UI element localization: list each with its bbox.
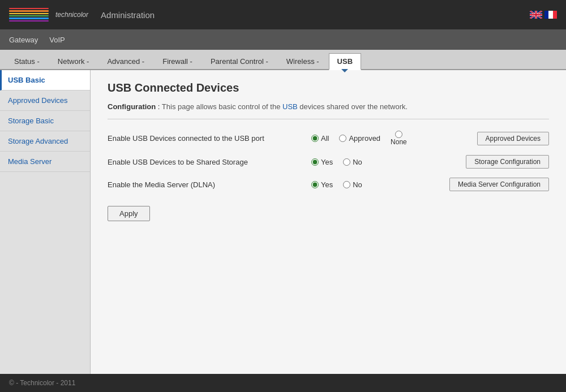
content-area: USB Connected Devices Configuration : Th… [91, 70, 566, 374]
setting-row-usb-port: Enable USB Devices connected to the USB … [108, 131, 549, 146]
radio-option-media-yes[interactable]: Yes [311, 180, 333, 189]
radio-group-usb-port: All Approved None [311, 131, 417, 146]
flag-area [530, 11, 557, 19]
config-desc-pre: This page allows basic control of the [162, 102, 282, 111]
radio-approved[interactable] [339, 135, 346, 142]
sidebar: USB Basic Approved Devices Storage Basic… [0, 70, 91, 374]
footer-text: © - Technicolor - 2011 [9, 379, 75, 387]
radio-option-all[interactable]: All [311, 134, 329, 143]
radio-storage-no[interactable] [343, 158, 350, 166]
config-description: Configuration : This page allows basic c… [108, 102, 549, 119]
sidebar-item-usb-basic[interactable]: USB Basic [0, 70, 90, 91]
main-layout: USB Basic Approved Devices Storage Basic… [0, 70, 566, 374]
page-title: USB Connected Devices [108, 81, 549, 94]
setting-row-media-server: Enable the Media Server (DLNA) Yes No Me… [108, 178, 549, 191]
radio-option-storage-yes[interactable]: Yes [311, 158, 333, 166]
brand-name: technicolor [55, 11, 88, 19]
radio-option-approved[interactable]: Approved [339, 134, 380, 143]
setting-label-usb-port: Enable USB Devices connected to the USB … [108, 134, 311, 143]
top-header: technicolor Administration [0, 0, 566, 29]
admin-title: Administration [101, 10, 155, 20]
fr-flag-icon[interactable] [544, 11, 557, 19]
config-separator: : [158, 102, 162, 111]
uk-flag-icon[interactable] [530, 11, 542, 19]
setting-label-shared-storage: Enable USB Devices to be Shared Storage [108, 158, 311, 166]
tab-usb[interactable]: USB [329, 53, 361, 70]
nav-item-voip[interactable]: VoIP [49, 36, 65, 44]
radio-option-storage-no[interactable]: No [343, 158, 362, 166]
tab-parental-control[interactable]: Parental Control - [202, 53, 277, 69]
radio-media-yes[interactable] [311, 181, 319, 188]
nav-item-gateway[interactable]: Gateway [9, 36, 38, 44]
apply-button[interactable]: Apply [108, 206, 150, 221]
config-desc-post: devices shared over the network. [298, 102, 408, 111]
logo-area: technicolor Administration [9, 7, 155, 23]
radio-group-media-server: Yes No [311, 180, 372, 189]
sidebar-item-approved-devices[interactable]: Approved Devices [0, 91, 90, 111]
setting-controls-media-server: Yes No Media Server Configuration [311, 178, 549, 191]
tab-firewall[interactable]: Firewall - [154, 53, 201, 69]
approved-devices-button[interactable]: Approved Devices [477, 132, 549, 145]
tab-network[interactable]: Network - [49, 53, 98, 69]
settings-area: Enable USB Devices connected to the USB … [108, 131, 549, 221]
radio-none[interactable] [395, 131, 402, 138]
logo-rainbow [9, 7, 49, 23]
setting-label-media-server: Enable the Media Server (DLNA) [108, 180, 311, 189]
tab-status[interactable]: Status - [6, 53, 48, 69]
setting-controls-shared-storage: Yes No Storage Configuration [311, 155, 549, 169]
media-server-configuration-button[interactable]: Media Server Configuration [449, 178, 549, 191]
tab-advanced[interactable]: Advanced - [98, 53, 153, 69]
radio-storage-yes[interactable] [311, 158, 319, 166]
sidebar-item-storage-basic[interactable]: Storage Basic [0, 111, 90, 131]
config-link[interactable]: USB [282, 102, 298, 111]
radio-media-no[interactable] [343, 181, 350, 188]
radio-option-media-no[interactable]: No [343, 180, 362, 189]
sidebar-item-media-server[interactable]: Media Server [0, 152, 90, 172]
top-nav: Gateway VoIP [0, 29, 566, 50]
tab-bar: Status - Network - Advanced - Firewall -… [0, 50, 566, 70]
footer: © - Technicolor - 2011 [0, 374, 566, 392]
tab-wireless[interactable]: Wireless - [278, 53, 328, 69]
none-label: None [391, 138, 407, 146]
radio-group-shared-storage: Yes No [311, 158, 372, 166]
setting-controls-usb-port: All Approved None Approved Devices [311, 131, 549, 146]
radio-option-none[interactable]: None [391, 131, 407, 146]
radio-all[interactable] [311, 135, 319, 142]
sidebar-item-storage-advanced[interactable]: Storage Advanced [0, 131, 90, 152]
setting-row-shared-storage: Enable USB Devices to be Shared Storage … [108, 155, 549, 169]
config-label: Configuration [108, 102, 156, 111]
storage-configuration-button[interactable]: Storage Configuration [466, 155, 549, 169]
